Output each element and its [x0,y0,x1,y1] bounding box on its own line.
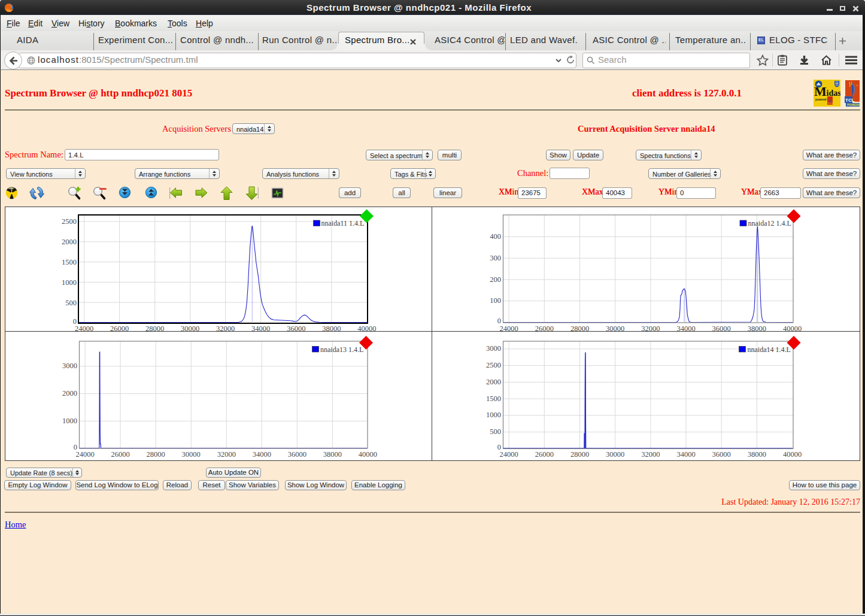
svg-text:1500: 1500 [486,395,501,403]
svg-text:36000: 36000 [712,324,731,333]
svg-text:38000: 38000 [748,450,766,459]
svg-text:300: 300 [490,254,501,262]
svg-text:nnaida12 1.4.L: nnaida12 1.4.L [748,219,791,227]
svg-text:500: 500 [65,299,77,307]
svg-text:38000: 38000 [322,324,341,333]
svg-text:34000: 34000 [253,450,271,459]
svg-text:40000: 40000 [783,324,802,333]
svg-text:26000: 26000 [535,450,554,459]
svg-text:28000: 28000 [570,324,589,333]
svg-text:30000: 30000 [182,450,201,459]
svg-text:26000: 26000 [110,324,129,333]
svg-text:40000: 40000 [357,324,376,333]
svg-text:2000: 2000 [62,389,77,397]
svg-text:28000: 28000 [570,450,589,459]
svg-text:0: 0 [497,443,501,451]
svg-text:24000: 24000 [75,324,93,333]
svg-text:0: 0 [73,317,77,326]
svg-text:28000: 28000 [147,450,165,459]
svg-text:36000: 36000 [712,450,731,459]
svg-text:nnaida13 1.4.L: nnaida13 1.4.L [320,345,363,354]
svg-text:30000: 30000 [606,324,624,333]
svg-text:0: 0 [74,443,77,451]
svg-text:24000: 24000 [499,450,518,459]
svg-text:26000: 26000 [535,324,554,333]
svg-text:1000: 1000 [62,278,77,287]
svg-text:34000: 34000 [676,450,695,459]
svg-text:30000: 30000 [181,324,199,333]
svg-text:34000: 34000 [676,324,695,333]
svg-text:40000: 40000 [359,450,377,459]
svg-text:2500: 2500 [486,361,501,369]
svg-text:32000: 32000 [217,450,236,459]
svg-text:500: 500 [490,427,501,436]
svg-text:36000: 36000 [287,324,305,333]
svg-text:nnaida11 1.4.L: nnaida11 1.4.L [321,219,365,227]
svg-text:3000: 3000 [62,362,77,370]
svg-text:2000: 2000 [486,378,501,386]
svg-text:24000: 24000 [75,450,94,459]
svg-text:1000: 1000 [62,417,77,425]
svg-text:38000: 38000 [748,324,766,333]
svg-text:0: 0 [497,317,501,325]
svg-text:2500: 2500 [62,217,77,226]
svg-text:28000: 28000 [145,324,164,333]
svg-text:40000: 40000 [783,450,802,459]
svg-text:400: 400 [490,232,501,241]
svg-text:26000: 26000 [111,450,129,459]
svg-text:3000: 3000 [486,344,501,353]
svg-text:100: 100 [490,296,501,305]
svg-text:2000: 2000 [62,238,77,246]
svg-text:30000: 30000 [606,450,624,459]
svg-text:24000: 24000 [499,324,518,333]
svg-text:32000: 32000 [641,450,660,459]
svg-text:1500: 1500 [62,258,77,266]
svg-text:38000: 38000 [323,450,342,459]
svg-text:1000: 1000 [486,411,501,419]
svg-text:32000: 32000 [216,324,235,333]
svg-text:200: 200 [490,275,501,284]
svg-text:36000: 36000 [288,450,306,459]
svg-text:nnaida14 1.4.L: nnaida14 1.4.L [748,345,791,354]
svg-text:32000: 32000 [641,324,660,333]
svg-text:34000: 34000 [251,324,270,333]
